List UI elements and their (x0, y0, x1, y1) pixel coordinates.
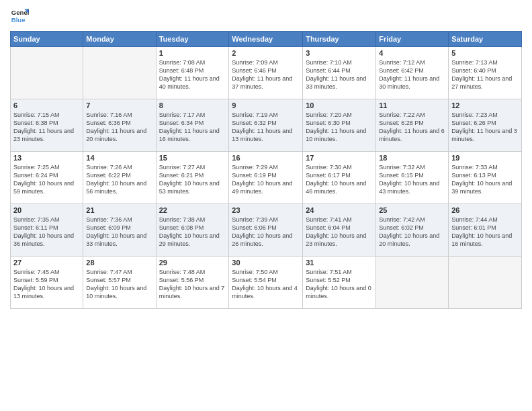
day-info: Sunrise: 7:12 AM Sunset: 6:42 PM Dayligh… (379, 58, 445, 91)
calendar-cell: 11Sunrise: 7:22 AM Sunset: 6:28 PM Dayli… (376, 99, 449, 152)
calendar-cell: 1Sunrise: 7:08 AM Sunset: 6:48 PM Daylig… (156, 47, 229, 99)
day-info: Sunrise: 7:22 AM Sunset: 6:28 PM Dayligh… (379, 111, 445, 144)
calendar-cell: 12Sunrise: 7:23 AM Sunset: 6:26 PM Dayli… (449, 99, 522, 152)
calendar-cell: 4Sunrise: 7:12 AM Sunset: 6:42 PM Daylig… (376, 47, 449, 99)
day-info: Sunrise: 7:13 AM Sunset: 6:40 PM Dayligh… (451, 58, 519, 91)
calendar-cell: 6Sunrise: 7:15 AM Sunset: 6:38 PM Daylig… (11, 99, 83, 152)
day-number: 18 (379, 154, 445, 162)
day-info: Sunrise: 7:30 AM Sunset: 6:17 PM Dayligh… (306, 163, 373, 196)
day-number: 25 (379, 206, 445, 214)
day-info: Sunrise: 7:15 AM Sunset: 6:38 PM Dayligh… (13, 111, 80, 144)
day-number: 20 (13, 206, 80, 214)
day-info: Sunrise: 7:48 AM Sunset: 5:56 PM Dayligh… (159, 268, 226, 301)
day-number: 23 (232, 206, 300, 214)
day-number: 3 (306, 49, 373, 57)
day-info: Sunrise: 7:10 AM Sunset: 6:44 PM Dayligh… (306, 58, 373, 91)
day-number: 15 (159, 154, 226, 162)
day-number: 21 (86, 206, 152, 214)
calendar-table: SundayMondayTuesdayWednesdayThursdayFrid… (10, 31, 522, 309)
day-info: Sunrise: 7:39 AM Sunset: 6:06 PM Dayligh… (232, 216, 300, 248)
calendar-cell: 19Sunrise: 7:33 AM Sunset: 6:13 PM Dayli… (449, 152, 522, 204)
day-info: Sunrise: 7:41 AM Sunset: 6:04 PM Dayligh… (306, 216, 373, 248)
day-info: Sunrise: 7:32 AM Sunset: 6:15 PM Dayligh… (379, 163, 445, 196)
day-number: 10 (306, 101, 373, 109)
calendar-cell: 17Sunrise: 7:30 AM Sunset: 6:17 PM Dayli… (303, 152, 376, 204)
day-info: Sunrise: 7:36 AM Sunset: 6:09 PM Dayligh… (86, 216, 152, 248)
calendar-cell (376, 257, 449, 309)
day-number: 19 (451, 154, 519, 162)
day-info: Sunrise: 7:09 AM Sunset: 6:46 PM Dayligh… (232, 58, 300, 91)
calendar-week-row: 6Sunrise: 7:15 AM Sunset: 6:38 PM Daylig… (11, 99, 522, 152)
day-info: Sunrise: 7:35 AM Sunset: 6:11 PM Dayligh… (13, 216, 80, 248)
day-info: Sunrise: 7:16 AM Sunset: 6:36 PM Dayligh… (86, 111, 152, 144)
calendar-cell: 28Sunrise: 7:47 AM Sunset: 5:57 PM Dayli… (83, 257, 156, 309)
calendar-week-row: 13Sunrise: 7:25 AM Sunset: 6:24 PM Dayli… (11, 152, 522, 204)
calendar-cell: 23Sunrise: 7:39 AM Sunset: 6:06 PM Dayli… (229, 204, 303, 257)
page: General Blue SundayMondayTuesdayWednesda… (0, 0, 532, 411)
day-number: 22 (159, 206, 226, 214)
day-number: 30 (232, 259, 300, 267)
day-number: 13 (13, 154, 80, 162)
day-number: 14 (86, 154, 152, 162)
calendar-cell: 5Sunrise: 7:13 AM Sunset: 6:40 PM Daylig… (449, 47, 522, 99)
calendar-cell: 14Sunrise: 7:26 AM Sunset: 6:22 PM Dayli… (83, 152, 156, 204)
day-info: Sunrise: 7:50 AM Sunset: 5:54 PM Dayligh… (232, 268, 300, 301)
day-number: 26 (451, 206, 519, 214)
calendar-cell: 7Sunrise: 7:16 AM Sunset: 6:36 PM Daylig… (83, 99, 156, 152)
calendar-day-header: Thursday (303, 32, 376, 47)
day-number: 4 (379, 49, 445, 57)
calendar-day-header: Monday (83, 32, 156, 47)
day-info: Sunrise: 7:38 AM Sunset: 6:08 PM Dayligh… (159, 216, 226, 248)
calendar-day-header: Tuesday (156, 32, 229, 47)
day-info: Sunrise: 7:27 AM Sunset: 6:21 PM Dayligh… (159, 163, 226, 196)
calendar-cell: 26Sunrise: 7:44 AM Sunset: 6:01 PM Dayli… (449, 204, 522, 257)
logo-icon: General Blue (10, 7, 29, 26)
calendar-day-header: Wednesday (229, 32, 303, 47)
calendar-cell: 15Sunrise: 7:27 AM Sunset: 6:21 PM Dayli… (156, 152, 229, 204)
calendar-cell: 22Sunrise: 7:38 AM Sunset: 6:08 PM Dayli… (156, 204, 229, 257)
calendar-week-row: 20Sunrise: 7:35 AM Sunset: 6:11 PM Dayli… (11, 204, 522, 257)
day-number: 11 (379, 101, 445, 109)
day-number: 7 (86, 101, 152, 109)
day-info: Sunrise: 7:51 AM Sunset: 5:52 PM Dayligh… (306, 268, 373, 301)
calendar-cell: 13Sunrise: 7:25 AM Sunset: 6:24 PM Dayli… (11, 152, 83, 204)
calendar-cell: 3Sunrise: 7:10 AM Sunset: 6:44 PM Daylig… (303, 47, 376, 99)
logo: General Blue (10, 7, 29, 26)
calendar-cell (83, 47, 156, 99)
calendar-cell: 24Sunrise: 7:41 AM Sunset: 6:04 PM Dayli… (303, 204, 376, 257)
calendar-cell: 18Sunrise: 7:32 AM Sunset: 6:15 PM Dayli… (376, 152, 449, 204)
day-info: Sunrise: 7:33 AM Sunset: 6:13 PM Dayligh… (451, 163, 519, 196)
day-info: Sunrise: 7:08 AM Sunset: 6:48 PM Dayligh… (159, 58, 226, 91)
day-info: Sunrise: 7:45 AM Sunset: 5:59 PM Dayligh… (13, 268, 80, 301)
calendar-cell: 31Sunrise: 7:51 AM Sunset: 5:52 PM Dayli… (303, 257, 376, 309)
calendar-cell: 2Sunrise: 7:09 AM Sunset: 6:46 PM Daylig… (229, 47, 303, 99)
calendar-cell: 29Sunrise: 7:48 AM Sunset: 5:56 PM Dayli… (156, 257, 229, 309)
day-info: Sunrise: 7:29 AM Sunset: 6:19 PM Dayligh… (232, 163, 300, 196)
day-info: Sunrise: 7:20 AM Sunset: 6:30 PM Dayligh… (306, 111, 373, 144)
day-info: Sunrise: 7:44 AM Sunset: 6:01 PM Dayligh… (451, 216, 519, 248)
day-number: 17 (306, 154, 373, 162)
day-number: 27 (13, 259, 80, 267)
calendar-cell: 27Sunrise: 7:45 AM Sunset: 5:59 PM Dayli… (11, 257, 83, 309)
day-number: 5 (451, 49, 519, 57)
calendar-cell (11, 47, 83, 99)
day-info: Sunrise: 7:42 AM Sunset: 6:02 PM Dayligh… (379, 216, 445, 248)
calendar-week-row: 27Sunrise: 7:45 AM Sunset: 5:59 PM Dayli… (11, 257, 522, 309)
day-info: Sunrise: 7:23 AM Sunset: 6:26 PM Dayligh… (451, 111, 519, 144)
day-number: 8 (159, 101, 226, 109)
day-number: 9 (232, 101, 300, 109)
calendar-cell: 30Sunrise: 7:50 AM Sunset: 5:54 PM Dayli… (229, 257, 303, 309)
day-info: Sunrise: 7:17 AM Sunset: 6:34 PM Dayligh… (159, 111, 226, 144)
day-info: Sunrise: 7:26 AM Sunset: 6:22 PM Dayligh… (86, 163, 152, 196)
day-number: 1 (159, 49, 226, 57)
day-number: 24 (306, 206, 373, 214)
calendar-cell (449, 257, 522, 309)
calendar-day-header: Saturday (449, 32, 522, 47)
calendar-cell: 10Sunrise: 7:20 AM Sunset: 6:30 PM Dayli… (303, 99, 376, 152)
calendar-day-header: Friday (376, 32, 449, 47)
header: General Blue (10, 7, 522, 26)
calendar-cell: 25Sunrise: 7:42 AM Sunset: 6:02 PM Dayli… (376, 204, 449, 257)
calendar-header-row: SundayMondayTuesdayWednesdayThursdayFrid… (11, 32, 522, 47)
day-info: Sunrise: 7:19 AM Sunset: 6:32 PM Dayligh… (232, 111, 300, 144)
day-number: 16 (232, 154, 300, 162)
